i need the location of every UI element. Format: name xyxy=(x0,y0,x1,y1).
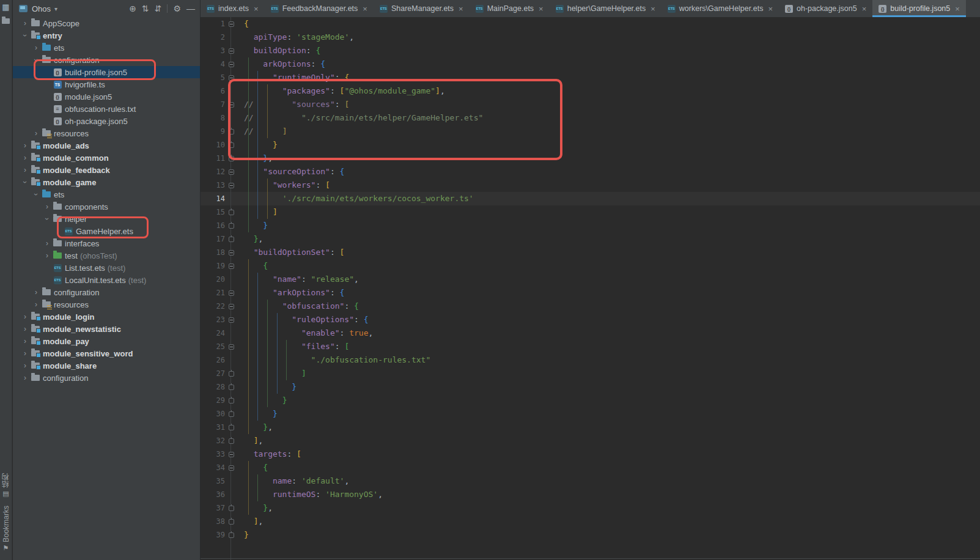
code-line[interactable]: 36 runtimeOS: 'HarmonyOS', xyxy=(201,488,980,501)
tree-chevron-icon[interactable]: › xyxy=(20,139,30,152)
tree-row[interactable]: ›configuration xyxy=(13,286,200,298)
tree-row[interactable]: ›resources xyxy=(13,127,200,139)
tree-chevron-icon[interactable]: › xyxy=(19,177,31,187)
fold-collapse-icon[interactable] xyxy=(229,250,234,256)
code-line[interactable]: 29 } xyxy=(201,394,980,407)
code-line[interactable]: 37 }, xyxy=(201,501,980,515)
project-view-icon[interactable]: ▦ xyxy=(2,3,9,11)
tab-close-icon[interactable]: × xyxy=(459,4,463,13)
fold-collapse-icon[interactable] xyxy=(229,344,234,350)
tree-row[interactable]: ETSList.test.ets(test) xyxy=(13,262,200,274)
tree-chevron-icon[interactable]: › xyxy=(19,31,31,40)
fold-collapse-icon[interactable] xyxy=(229,75,234,81)
code-line[interactable]: 19 { xyxy=(201,259,980,273)
code-line[interactable]: 34 { xyxy=(201,461,980,474)
fold-collapse-icon[interactable] xyxy=(229,183,234,188)
fold-end-icon[interactable] xyxy=(229,438,234,444)
tree-row[interactable]: ›components xyxy=(13,201,200,213)
tab-close-icon[interactable]: × xyxy=(363,4,367,13)
editor-body[interactable]: 1{2 apiType: 'stageMode',3 buildOption: … xyxy=(201,17,980,560)
code-line[interactable]: 30 } xyxy=(201,407,980,421)
tree-row[interactable]: ›module_newstatistic xyxy=(13,323,200,335)
fold-end-icon[interactable] xyxy=(229,398,234,403)
chevron-down-icon[interactable]: ▾ xyxy=(54,6,57,12)
editor-tab[interactable]: ETSShareManager.ets× xyxy=(374,0,470,17)
tree-row[interactable]: {}oh-package.json5 xyxy=(13,115,200,127)
expand-all-icon[interactable]: ⇅ xyxy=(142,4,149,13)
structure-toolwindow-tab[interactable]: 结构 ▤ xyxy=(1,473,11,497)
tree-chevron-icon[interactable]: › xyxy=(31,42,41,54)
bookmarks-toolwindow-tab[interactable]: Bookmarks ⚑ xyxy=(2,506,10,551)
fold-collapse-icon[interactable] xyxy=(229,21,234,27)
code-line[interactable]: 10 } xyxy=(201,138,980,152)
fold-end-icon[interactable] xyxy=(229,411,234,417)
tree-row[interactable]: ›helper xyxy=(13,213,200,225)
tree-row[interactable]: ETSLocalUnit.test.ets(test) xyxy=(13,274,200,286)
folder-toolwindow-icon[interactable] xyxy=(2,18,10,24)
tree-row[interactable]: ›AppScope xyxy=(13,17,200,29)
editor-tab[interactable]: ETSFeedbackManager.ets× xyxy=(265,0,374,17)
tree-chevron-icon[interactable]: › xyxy=(20,359,30,372)
tab-close-icon[interactable]: × xyxy=(768,4,773,13)
tree-row[interactable]: ›module_login xyxy=(13,311,200,323)
code-line[interactable]: 38 ], xyxy=(201,515,980,528)
fold-end-icon[interactable] xyxy=(229,371,234,377)
fold-end-icon[interactable] xyxy=(229,237,234,242)
code-line[interactable]: 25 "files": [ xyxy=(201,340,980,353)
code-line[interactable]: 35 name: 'default', xyxy=(201,474,980,488)
code-line[interactable]: 26 "./obfuscation-rules.txt" xyxy=(201,353,980,367)
tree-row[interactable]: ›configuration xyxy=(13,54,200,66)
fold-collapse-icon[interactable] xyxy=(229,317,234,323)
code-line[interactable]: 1{ xyxy=(201,17,980,31)
tree-chevron-icon[interactable]: › xyxy=(41,214,53,224)
tree-chevron-icon[interactable]: › xyxy=(31,286,41,298)
editor-tab[interactable]: {}oh-package.json5× xyxy=(779,0,872,17)
editor-tab[interactable]: ETSworkers\GameHelper.ets× xyxy=(661,0,779,17)
tree-row[interactable]: ›test(ohosTest) xyxy=(13,249,200,262)
fold-end-icon[interactable] xyxy=(229,506,234,511)
tree-row[interactable]: ›module_share xyxy=(13,359,200,372)
tree-row[interactable]: ›interfaces xyxy=(13,237,200,249)
tree-chevron-icon[interactable]: › xyxy=(20,335,30,347)
code-line[interactable]: 15 ] xyxy=(201,205,980,219)
fold-end-icon[interactable] xyxy=(229,425,234,430)
tree-chevron-icon[interactable]: › xyxy=(20,311,30,323)
fold-end-icon[interactable] xyxy=(229,385,234,390)
tab-close-icon[interactable]: × xyxy=(862,4,867,13)
tab-close-icon[interactable]: × xyxy=(955,4,960,13)
hide-panel-icon[interactable]: — xyxy=(186,4,195,13)
code-line[interactable]: 24 "enable": true, xyxy=(201,326,980,340)
tree-chevron-icon[interactable]: › xyxy=(31,298,41,311)
code-line[interactable]: 8// "./src/main/ets/helper/GameHelper.et… xyxy=(201,111,980,125)
tree-row[interactable]: ›module_game xyxy=(13,176,200,188)
code-line[interactable]: 23 "ruleOptions": { xyxy=(201,313,980,326)
tree-chevron-icon[interactable]: › xyxy=(42,249,52,262)
tree-row[interactable]: ›entry xyxy=(13,29,200,42)
locate-file-icon[interactable]: ⊕ xyxy=(129,4,136,13)
fold-end-icon[interactable] xyxy=(229,129,234,134)
tree-row[interactable]: ≡obfuscation-rules.txt xyxy=(13,103,200,115)
tree-chevron-icon[interactable]: › xyxy=(20,152,30,164)
fold-collapse-icon[interactable] xyxy=(229,169,234,175)
tab-close-icon[interactable]: × xyxy=(650,4,655,13)
tree-row[interactable]: {}module.json5 xyxy=(13,90,200,103)
collapse-all-icon[interactable]: ⇵ xyxy=(155,4,162,13)
code-line[interactable]: 4 arkOptions: { xyxy=(201,57,980,71)
code-line[interactable]: 17 }, xyxy=(201,232,980,246)
tree-row[interactable]: ›configuration xyxy=(13,372,200,384)
code-line[interactable]: 31 }, xyxy=(201,421,980,434)
tree-row[interactable]: ETSGameHelper.ets xyxy=(13,225,200,237)
code-line[interactable]: 18 "buildOptionSet": [ xyxy=(201,246,980,259)
tree-row[interactable]: {}build-profile.json5 xyxy=(13,66,200,78)
tree-row[interactable]: ›ets xyxy=(13,188,200,201)
fold-end-icon[interactable] xyxy=(229,532,234,538)
fold-collapse-icon[interactable] xyxy=(229,62,234,67)
code-line[interactable]: 13 "workers": [ xyxy=(201,179,980,192)
code-line[interactable]: 20 "name": "release", xyxy=(201,273,980,286)
tree-row[interactable]: ›module_ads xyxy=(13,139,200,152)
tab-close-icon[interactable]: × xyxy=(539,4,543,13)
editor-tab[interactable]: ETSindex.ets× xyxy=(201,0,265,17)
tree-row[interactable]: TShvigorfile.ts xyxy=(13,78,200,90)
fold-end-icon[interactable] xyxy=(229,156,234,161)
editor-tab[interactable]: ETSMainPage.ets× xyxy=(470,0,550,17)
